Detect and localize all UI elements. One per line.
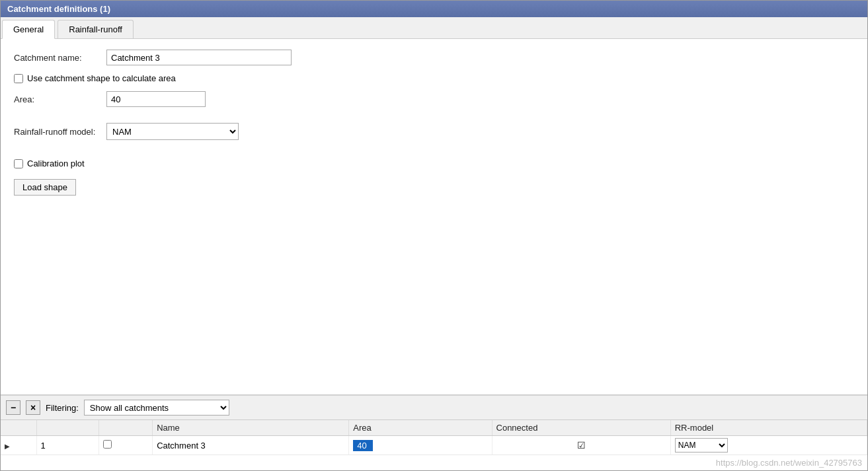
catchment-table-container: Name Area Connected RR-model ▶ 1	[1, 420, 867, 455]
row-number: 1	[41, 441, 46, 451]
col-header-checkbox	[99, 420, 153, 436]
area-row: Area:	[14, 91, 854, 107]
row-connected-cell: ☑	[492, 436, 670, 455]
table-header: Name Area Connected RR-model	[1, 420, 867, 436]
spacer1	[14, 115, 854, 123]
load-shape-button[interactable]: Load shape	[14, 179, 76, 196]
catchment-table: Name Area Connected RR-model ▶ 1	[1, 420, 867, 455]
window-title: Catchment definitions (1)	[7, 4, 110, 14]
tab-rainfall-runoff[interactable]: Rainfall-runoff	[58, 20, 134, 38]
use-catchment-shape-row: Use catchment shape to calculate area	[14, 73, 854, 83]
minus-button[interactable]: −	[6, 400, 20, 415]
row-checkbox-cell	[99, 436, 153, 455]
catchment-name-row: Catchment name:	[14, 50, 854, 65]
row-arrow-cell: ▶	[1, 436, 36, 455]
col-header-connected: Connected	[492, 420, 670, 436]
row-rrmodel-select[interactable]: NAM UHM	[675, 438, 728, 453]
col-header-num	[36, 420, 99, 436]
col-header-arrow	[1, 420, 36, 436]
calibration-plot-label: Calibration plot	[27, 159, 85, 168]
calibration-plot-checkbox[interactable]	[14, 159, 23, 168]
watermark: https://blog.csdn.net/weixin_42795763	[1, 455, 867, 470]
rrmodel-row: Rainfall-runoff model: NAM UHM SMAP None	[14, 123, 854, 140]
row-expand-arrow[interactable]: ▶	[5, 443, 10, 450]
cross-button[interactable]: ×	[26, 400, 40, 415]
catchment-name-input[interactable]	[106, 50, 292, 65]
row-area-value: 40	[353, 440, 373, 451]
table-row: ▶ 1 Catchment 3 40	[1, 436, 867, 455]
area-label: Area:	[14, 94, 106, 104]
title-bar: Catchment definitions (1)	[1, 1, 867, 17]
col-header-rrmodel: RR-model	[670, 420, 867, 436]
rrmodel-select[interactable]: NAM UHM SMAP None	[106, 123, 239, 140]
use-catchment-shape-label: Use catchment shape to calculate area	[27, 73, 176, 83]
col-header-area: Area	[349, 420, 492, 436]
table-body: ▶ 1 Catchment 3 40	[1, 436, 867, 455]
spacer2	[14, 148, 854, 159]
row-name-value: Catchment 3	[157, 441, 206, 451]
row-area-cell: 40	[349, 436, 492, 455]
bottom-panel: − × Filtering: Show all catchments Show …	[1, 396, 867, 455]
tab-general[interactable]: General	[2, 20, 55, 39]
col-header-name: Name	[153, 420, 349, 436]
row-rrmodel-cell: NAM UHM	[670, 436, 867, 455]
row-select-checkbox[interactable]	[103, 440, 112, 449]
area-input[interactable]	[106, 91, 206, 107]
catchment-name-label: Catchment name:	[14, 53, 106, 63]
filter-bar: − × Filtering: Show all catchments Show …	[1, 396, 867, 420]
rrmodel-label: Rainfall-runoff model:	[14, 127, 106, 137]
calibration-plot-row: Calibration plot	[14, 159, 854, 168]
watermark-text: https://blog.csdn.net/weixin_42795763	[716, 458, 862, 468]
filter-select[interactable]: Show all catchments Show selected catchm…	[84, 400, 229, 416]
tabs-bar: General Rainfall-runoff	[1, 17, 867, 39]
row-name-cell: Catchment 3	[153, 436, 349, 455]
use-catchment-shape-checkbox[interactable]	[14, 74, 23, 83]
row-connected-checkbox: ☑	[577, 440, 586, 451]
row-num-cell: 1	[36, 436, 99, 455]
main-window: Catchment definitions (1) General Rainfa…	[0, 0, 868, 471]
general-tab-content: Catchment name: Use catchment shape to c…	[1, 39, 867, 394]
filtering-label: Filtering:	[46, 403, 79, 413]
